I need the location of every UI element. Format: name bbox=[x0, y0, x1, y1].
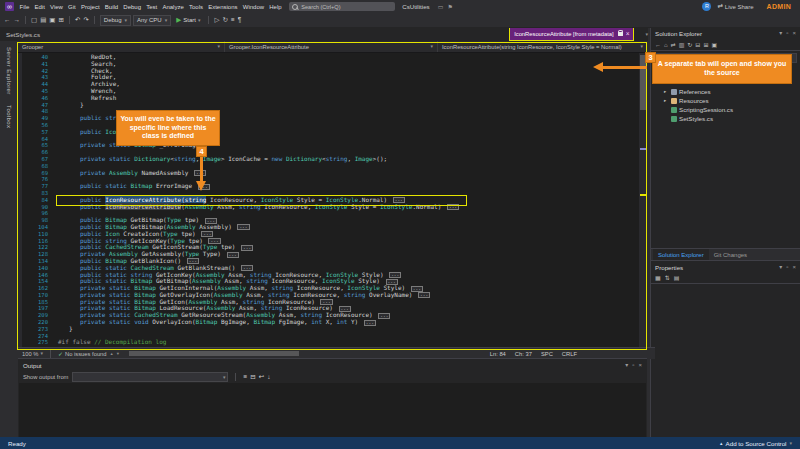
find-message-icon[interactable]: ≡ bbox=[243, 374, 247, 381]
collapse-all-icon[interactable]: ⊟ bbox=[695, 42, 700, 48]
code-line-90[interactable]: public IconResourceAttribute(Assembly As… bbox=[58, 204, 459, 211]
tab-setstyles-cs[interactable]: SetStyles.cs bbox=[0, 27, 46, 41]
output-source-dropdown[interactable] bbox=[72, 372, 228, 382]
scrollbar-thumb[interactable] bbox=[640, 55, 646, 110]
hot-reload-icon[interactable]: ↻ bbox=[222, 17, 227, 24]
code-line-47[interactable]: } bbox=[58, 102, 84, 109]
menu-project[interactable]: Project bbox=[78, 4, 102, 10]
menu-tools[interactable]: Tools bbox=[186, 4, 205, 10]
back-icon[interactable]: ← bbox=[655, 42, 661, 48]
tree-item-setstyles-cs[interactable]: SetStyles.cs bbox=[651, 114, 800, 123]
autoscroll-icon[interactable]: ↓ bbox=[267, 374, 270, 381]
notifications-bell-icon[interactable]: ⚑ bbox=[447, 4, 452, 10]
expand-arrow-icon[interactable]: ▸ bbox=[664, 98, 669, 103]
tree-item-resources[interactable]: ▸Resources bbox=[651, 96, 800, 105]
type-dropdown[interactable]: Grooper.IconResourceAttribute bbox=[225, 41, 438, 52]
window-position-icon[interactable]: ▾ bbox=[779, 30, 782, 36]
add-to-source-control-button[interactable]: Add to Source Control bbox=[720, 440, 792, 447]
toolbar-separator bbox=[25, 16, 26, 24]
clear-all-icon[interactable]: ⊟ bbox=[250, 374, 255, 381]
code-line-273[interactable]: } bbox=[58, 326, 73, 333]
menu-build[interactable]: Build bbox=[102, 4, 121, 10]
menu-analyze[interactable]: Analyze bbox=[160, 4, 187, 10]
close-icon[interactable]: × bbox=[792, 264, 796, 270]
next-issue-icon[interactable] bbox=[117, 351, 119, 356]
menu-test[interactable]: Test bbox=[144, 4, 160, 10]
line-number: 47 bbox=[22, 102, 48, 109]
editor-horizontal-scrollbar[interactable] bbox=[127, 350, 482, 357]
code-line-46[interactable]: Refresh bbox=[58, 95, 116, 102]
editor-vertical-scrollbar[interactable] bbox=[639, 52, 647, 347]
close-icon[interactable]: × bbox=[792, 30, 796, 36]
navigate-forward-icon[interactable]: → bbox=[14, 17, 21, 24]
zoom-dropdown[interactable]: 100 % bbox=[22, 351, 43, 357]
switch-views-icon[interactable]: ⇄ bbox=[671, 42, 676, 48]
side-tab-toolbox[interactable]: Toolbox bbox=[6, 105, 12, 128]
output-content[interactable] bbox=[19, 383, 646, 437]
properties-icon[interactable]: ▣ bbox=[711, 42, 717, 48]
menu-edit[interactable]: Edit bbox=[32, 4, 48, 10]
search-icon bbox=[292, 4, 298, 10]
code-line-220[interactable]: private static void OverlayIcon(Bitmap B… bbox=[58, 319, 376, 326]
code-line-275[interactable]: #if false // Decompilation log bbox=[58, 339, 166, 346]
filter-icon[interactable]: ▥ bbox=[679, 42, 685, 48]
menu-git[interactable]: Git bbox=[65, 4, 78, 10]
menu-debug[interactable]: Debug bbox=[121, 4, 144, 10]
code-line-69[interactable]: private Assembly NamedAssembly ... bbox=[58, 170, 206, 177]
csharp-file-icon bbox=[671, 116, 677, 122]
tab-list-dropdown-icon[interactable] bbox=[645, 32, 648, 37]
redo-icon[interactable]: ↷ bbox=[83, 17, 88, 24]
code-line-77[interactable]: public static Bitmap ErrorImage ... bbox=[58, 183, 210, 190]
live-share-button[interactable]: ⇄ Live Share bbox=[717, 3, 753, 10]
show-all-files-icon[interactable]: ⊞ bbox=[703, 42, 708, 48]
user-avatar[interactable]: R bbox=[702, 2, 711, 11]
new-file-icon[interactable]: ▢ bbox=[31, 17, 37, 24]
tab-iconresourceattribute-from-metadata[interactable]: IconResourceAttribute [from metadata] bbox=[510, 28, 633, 40]
menu-file[interactable]: File bbox=[17, 4, 32, 10]
home-icon[interactable]: ⌂ bbox=[664, 42, 668, 48]
code-editor[interactable]: 4041424344454647484956576465666768697677… bbox=[18, 52, 647, 347]
tree-item-references[interactable]: ▸References bbox=[651, 87, 800, 96]
document-health-indicator[interactable]: No issues found bbox=[58, 350, 107, 357]
menu-help[interactable]: Help bbox=[267, 4, 285, 10]
tree-item-scriptingsession-cs[interactable]: ScriptingSession.cs bbox=[651, 105, 800, 114]
feedback-icon[interactable]: ▭ bbox=[438, 4, 444, 10]
member-dropdown[interactable]: IconResourceAttribute(string IconResourc… bbox=[438, 41, 647, 52]
start-debugging-button[interactable]: ▶ Start bbox=[173, 16, 203, 24]
menu-view[interactable]: View bbox=[47, 4, 65, 10]
code-token: X, bbox=[322, 318, 336, 325]
command-window-icon[interactable]: ¶ bbox=[238, 17, 242, 24]
save-all-icon[interactable]: ⊞ bbox=[58, 17, 63, 24]
alphabetical-icon[interactable]: ⇅ bbox=[665, 275, 670, 281]
word-wrap-icon[interactable]: ↩ bbox=[259, 374, 264, 381]
pin-icon[interactable]: ▫ bbox=[786, 264, 788, 270]
close-tab-icon[interactable] bbox=[626, 31, 630, 38]
save-icon[interactable]: ▣ bbox=[49, 17, 55, 24]
window-position-icon[interactable]: ▾ bbox=[779, 264, 782, 270]
toolbar-separator bbox=[208, 16, 209, 24]
line-number: 146 bbox=[22, 272, 48, 279]
window-position-icon[interactable]: ▾ bbox=[625, 362, 628, 368]
code-line-67[interactable]: private static Dictionary<string, Image>… bbox=[58, 156, 387, 163]
pin-icon[interactable]: ▫ bbox=[632, 362, 634, 368]
find-in-files-icon[interactable]: ≡ bbox=[231, 17, 235, 24]
refresh-icon[interactable]: ↻ bbox=[687, 42, 692, 48]
undo-icon[interactable]: ↶ bbox=[75, 17, 80, 24]
menu-window[interactable]: Window bbox=[240, 4, 267, 10]
scrollbar-thumb[interactable] bbox=[129, 351, 299, 356]
open-file-icon[interactable]: ▤ bbox=[40, 17, 46, 24]
menu-extensions[interactable]: Extensions bbox=[206, 4, 241, 10]
side-tab-server-explorer[interactable]: Server Explorer bbox=[6, 47, 12, 95]
solution-configurations-dropdown[interactable]: Debug bbox=[100, 15, 131, 26]
property-pages-icon[interactable]: ▤ bbox=[674, 275, 680, 281]
categorized-icon[interactable]: ▦ bbox=[655, 275, 661, 281]
expand-arrow-icon[interactable]: ▸ bbox=[664, 89, 669, 94]
quick-search-input[interactable]: Search (Ctrl+Q) bbox=[289, 2, 395, 11]
solution-platforms-dropdown[interactable]: Any CPU bbox=[133, 15, 171, 26]
close-icon[interactable]: × bbox=[638, 362, 642, 368]
project-dropdown[interactable]: Grooper bbox=[18, 41, 225, 52]
navigate-back-icon[interactable]: ← bbox=[4, 17, 11, 24]
run-without-debugging-icon[interactable]: ▷ bbox=[214, 17, 219, 24]
previous-issue-icon[interactable] bbox=[111, 351, 113, 356]
pin-icon[interactable]: ▫ bbox=[786, 30, 788, 36]
